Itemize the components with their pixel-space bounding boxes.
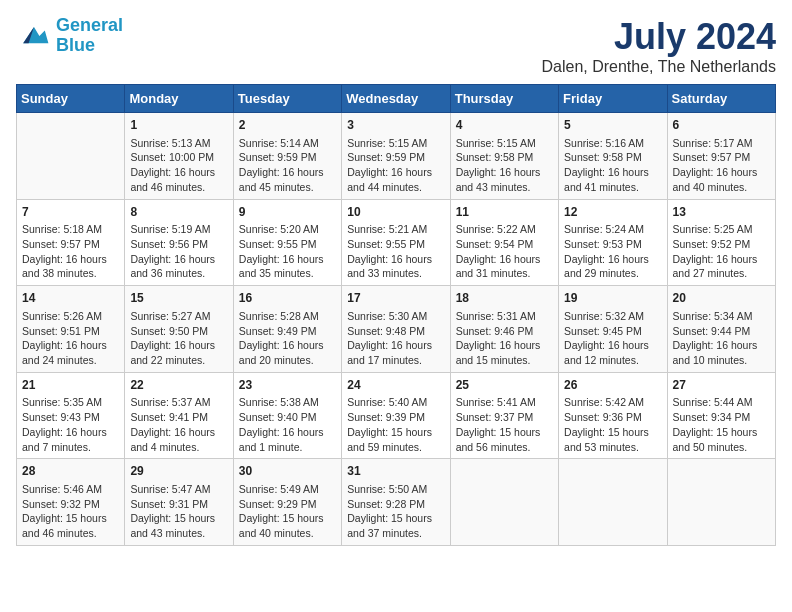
calendar-week-2: 14Sunrise: 5:26 AM Sunset: 9:51 PM Dayli… [17,286,776,373]
calendar-cell-2-0: 14Sunrise: 5:26 AM Sunset: 9:51 PM Dayli… [17,286,125,373]
day-number: 11 [456,204,553,221]
day-number: 13 [673,204,770,221]
location-title: Dalen, Drenthe, The Netherlands [541,58,776,76]
calendar-cell-4-2: 30Sunrise: 5:49 AM Sunset: 9:29 PM Dayli… [233,459,341,546]
title-block: July 2024 Dalen, Drenthe, The Netherland… [541,16,776,76]
header-sunday: Sunday [17,85,125,113]
day-info: Sunrise: 5:40 AM Sunset: 9:39 PM Dayligh… [347,395,444,454]
calendar-cell-1-6: 13Sunrise: 5:25 AM Sunset: 9:52 PM Dayli… [667,199,775,286]
calendar-header-row: SundayMondayTuesdayWednesdayThursdayFrid… [17,85,776,113]
month-title: July 2024 [541,16,776,58]
calendar-cell-3-6: 27Sunrise: 5:44 AM Sunset: 9:34 PM Dayli… [667,372,775,459]
calendar-week-4: 28Sunrise: 5:46 AM Sunset: 9:32 PM Dayli… [17,459,776,546]
calendar-cell-0-6: 6Sunrise: 5:17 AM Sunset: 9:57 PM Daylig… [667,113,775,200]
calendar-cell-3-5: 26Sunrise: 5:42 AM Sunset: 9:36 PM Dayli… [559,372,667,459]
calendar-week-0: 1Sunrise: 5:13 AM Sunset: 10:00 PM Dayli… [17,113,776,200]
calendar-cell-1-3: 10Sunrise: 5:21 AM Sunset: 9:55 PM Dayli… [342,199,450,286]
day-number: 16 [239,290,336,307]
calendar-cell-4-0: 28Sunrise: 5:46 AM Sunset: 9:32 PM Dayli… [17,459,125,546]
calendar-cell-2-1: 15Sunrise: 5:27 AM Sunset: 9:50 PM Dayli… [125,286,233,373]
day-info: Sunrise: 5:31 AM Sunset: 9:46 PM Dayligh… [456,309,553,368]
calendar-cell-4-1: 29Sunrise: 5:47 AM Sunset: 9:31 PM Dayli… [125,459,233,546]
calendar-cell-1-2: 9Sunrise: 5:20 AM Sunset: 9:55 PM Daylig… [233,199,341,286]
day-number: 6 [673,117,770,134]
day-number: 15 [130,290,227,307]
day-info: Sunrise: 5:38 AM Sunset: 9:40 PM Dayligh… [239,395,336,454]
calendar-week-3: 21Sunrise: 5:35 AM Sunset: 9:43 PM Dayli… [17,372,776,459]
day-number: 19 [564,290,661,307]
calendar-cell-2-3: 17Sunrise: 5:30 AM Sunset: 9:48 PM Dayli… [342,286,450,373]
day-number: 20 [673,290,770,307]
day-number: 3 [347,117,444,134]
calendar-cell-4-5 [559,459,667,546]
day-number: 2 [239,117,336,134]
day-number: 28 [22,463,119,480]
calendar-cell-3-4: 25Sunrise: 5:41 AM Sunset: 9:37 PM Dayli… [450,372,558,459]
day-info: Sunrise: 5:25 AM Sunset: 9:52 PM Dayligh… [673,222,770,281]
day-info: Sunrise: 5:16 AM Sunset: 9:58 PM Dayligh… [564,136,661,195]
day-number: 18 [456,290,553,307]
calendar-cell-4-3: 31Sunrise: 5:50 AM Sunset: 9:28 PM Dayli… [342,459,450,546]
day-number: 4 [456,117,553,134]
calendar-cell-1-4: 11Sunrise: 5:22 AM Sunset: 9:54 PM Dayli… [450,199,558,286]
day-number: 7 [22,204,119,221]
calendar-cell-3-1: 22Sunrise: 5:37 AM Sunset: 9:41 PM Dayli… [125,372,233,459]
day-number: 10 [347,204,444,221]
calendar-cell-1-0: 7Sunrise: 5:18 AM Sunset: 9:57 PM Daylig… [17,199,125,286]
header-wednesday: Wednesday [342,85,450,113]
day-number: 21 [22,377,119,394]
calendar-cell-3-2: 23Sunrise: 5:38 AM Sunset: 9:40 PM Dayli… [233,372,341,459]
day-info: Sunrise: 5:49 AM Sunset: 9:29 PM Dayligh… [239,482,336,541]
header-monday: Monday [125,85,233,113]
day-info: Sunrise: 5:37 AM Sunset: 9:41 PM Dayligh… [130,395,227,454]
day-number: 24 [347,377,444,394]
day-info: Sunrise: 5:27 AM Sunset: 9:50 PM Dayligh… [130,309,227,368]
day-info: Sunrise: 5:35 AM Sunset: 9:43 PM Dayligh… [22,395,119,454]
calendar-cell-3-3: 24Sunrise: 5:40 AM Sunset: 9:39 PM Dayli… [342,372,450,459]
day-info: Sunrise: 5:50 AM Sunset: 9:28 PM Dayligh… [347,482,444,541]
calendar-cell-0-1: 1Sunrise: 5:13 AM Sunset: 10:00 PM Dayli… [125,113,233,200]
day-info: Sunrise: 5:18 AM Sunset: 9:57 PM Dayligh… [22,222,119,281]
calendar-cell-2-5: 19Sunrise: 5:32 AM Sunset: 9:45 PM Dayli… [559,286,667,373]
calendar-cell-2-2: 16Sunrise: 5:28 AM Sunset: 9:49 PM Dayli… [233,286,341,373]
day-number: 12 [564,204,661,221]
day-info: Sunrise: 5:41 AM Sunset: 9:37 PM Dayligh… [456,395,553,454]
header-saturday: Saturday [667,85,775,113]
day-info: Sunrise: 5:28 AM Sunset: 9:49 PM Dayligh… [239,309,336,368]
day-number: 5 [564,117,661,134]
logo: General Blue [16,16,123,56]
day-info: Sunrise: 5:13 AM Sunset: 10:00 PM Daylig… [130,136,227,195]
header-tuesday: Tuesday [233,85,341,113]
calendar-week-1: 7Sunrise: 5:18 AM Sunset: 9:57 PM Daylig… [17,199,776,286]
day-info: Sunrise: 5:32 AM Sunset: 9:45 PM Dayligh… [564,309,661,368]
logo-blue: Blue [56,35,95,55]
day-info: Sunrise: 5:34 AM Sunset: 9:44 PM Dayligh… [673,309,770,368]
calendar-cell-2-6: 20Sunrise: 5:34 AM Sunset: 9:44 PM Dayli… [667,286,775,373]
day-info: Sunrise: 5:30 AM Sunset: 9:48 PM Dayligh… [347,309,444,368]
day-info: Sunrise: 5:26 AM Sunset: 9:51 PM Dayligh… [22,309,119,368]
calendar-table: SundayMondayTuesdayWednesdayThursdayFrid… [16,84,776,546]
calendar-cell-0-2: 2Sunrise: 5:14 AM Sunset: 9:59 PM Daylig… [233,113,341,200]
day-number: 25 [456,377,553,394]
day-number: 30 [239,463,336,480]
calendar-cell-1-5: 12Sunrise: 5:24 AM Sunset: 9:53 PM Dayli… [559,199,667,286]
day-number: 27 [673,377,770,394]
calendar-cell-0-3: 3Sunrise: 5:15 AM Sunset: 9:59 PM Daylig… [342,113,450,200]
day-info: Sunrise: 5:14 AM Sunset: 9:59 PM Dayligh… [239,136,336,195]
day-info: Sunrise: 5:21 AM Sunset: 9:55 PM Dayligh… [347,222,444,281]
header-friday: Friday [559,85,667,113]
day-info: Sunrise: 5:20 AM Sunset: 9:55 PM Dayligh… [239,222,336,281]
calendar-cell-2-4: 18Sunrise: 5:31 AM Sunset: 9:46 PM Dayli… [450,286,558,373]
day-number: 17 [347,290,444,307]
day-info: Sunrise: 5:46 AM Sunset: 9:32 PM Dayligh… [22,482,119,541]
page-header: General Blue July 2024 Dalen, Drenthe, T… [16,16,776,76]
logo-general: General [56,15,123,35]
calendar-cell-0-4: 4Sunrise: 5:15 AM Sunset: 9:58 PM Daylig… [450,113,558,200]
header-thursday: Thursday [450,85,558,113]
day-info: Sunrise: 5:24 AM Sunset: 9:53 PM Dayligh… [564,222,661,281]
calendar-cell-0-5: 5Sunrise: 5:16 AM Sunset: 9:58 PM Daylig… [559,113,667,200]
day-number: 22 [130,377,227,394]
day-number: 8 [130,204,227,221]
day-info: Sunrise: 5:44 AM Sunset: 9:34 PM Dayligh… [673,395,770,454]
day-number: 26 [564,377,661,394]
